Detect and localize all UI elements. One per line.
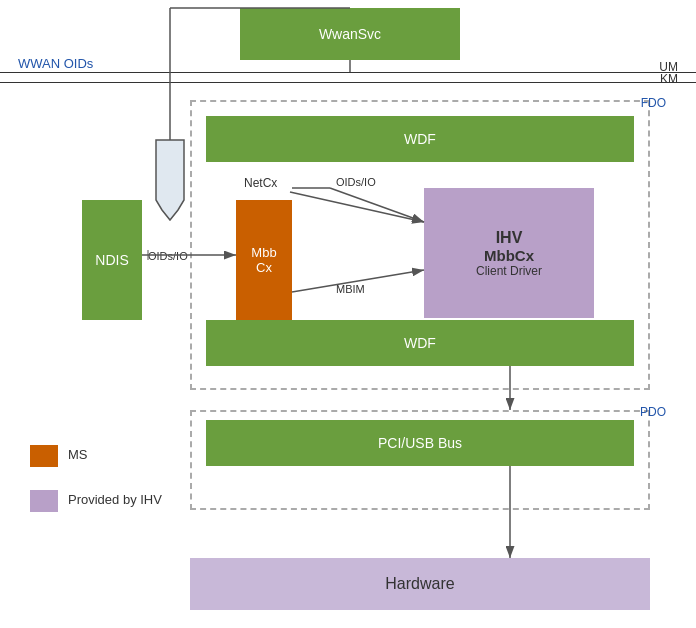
- wwan-oids-label: WWAN OIDs: [18, 56, 93, 71]
- ihv-box: IHV MbbCx Client Driver: [424, 188, 594, 318]
- svg-marker-14: [156, 140, 184, 220]
- hardware-box: Hardware: [190, 558, 650, 610]
- architecture-diagram: WwanSvc UM KM WWAN OIDs FDO WDF WDF NetC…: [0, 0, 696, 628]
- ndis-label: NDIS: [95, 252, 128, 268]
- legend-ihv-label: Provided by IHV: [68, 492, 162, 507]
- oidsio-inner-label: OIDs/IO: [336, 176, 376, 188]
- legend-ms-label: MS: [68, 447, 88, 462]
- mbbcx-label: MbbCx: [251, 245, 276, 275]
- wdf-top-label: WDF: [404, 131, 436, 147]
- wwansvc-box: WwanSvc: [240, 8, 460, 60]
- legend-ihv-color: [30, 490, 58, 512]
- oidsio-left-label: OIDs/IO: [148, 250, 188, 262]
- mbim-label: MBIM: [336, 283, 365, 295]
- km-label: KM: [660, 72, 678, 86]
- wdf-top-box: WDF: [206, 116, 634, 162]
- pdo-label: PDO: [640, 405, 666, 419]
- wwansvc-label: WwanSvc: [319, 26, 381, 42]
- km-line: [0, 82, 696, 83]
- wdf-bottom-label: WDF: [404, 335, 436, 351]
- hardware-label: Hardware: [385, 575, 454, 593]
- fdo-label: FDO: [641, 96, 666, 110]
- ihv-desc: Client Driver: [476, 264, 542, 278]
- wdf-bottom-box: WDF: [206, 320, 634, 366]
- ihv-subtitle: MbbCx: [484, 247, 534, 264]
- legend-ms-color: [30, 445, 58, 467]
- pciusb-box: PCI/USB Bus: [206, 420, 634, 466]
- mbbcx-box: MbbCx: [236, 200, 292, 320]
- netcx-label: NetCx: [244, 176, 277, 190]
- ndis-box: NDIS: [82, 200, 142, 320]
- ihv-title: IHV: [496, 229, 523, 247]
- um-line: [0, 72, 696, 73]
- pciusb-label: PCI/USB Bus: [378, 435, 462, 451]
